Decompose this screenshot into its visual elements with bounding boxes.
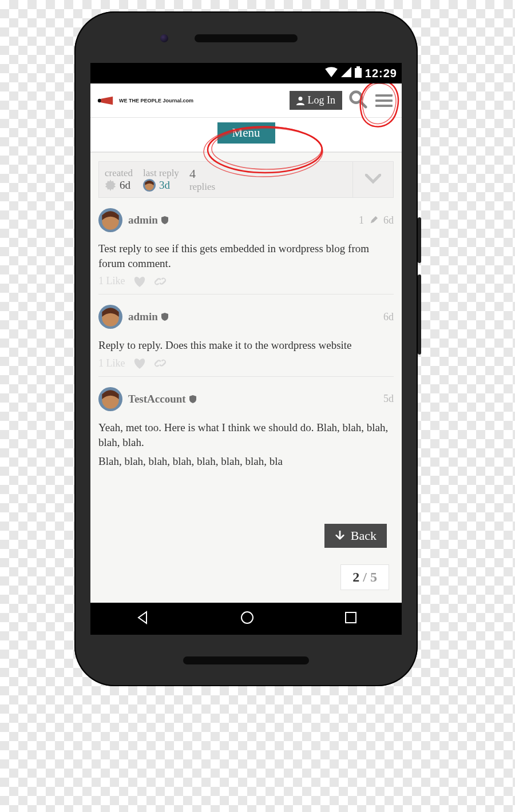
post-actions: 1 Like	[98, 357, 394, 369]
post-body: Reply to reply. Does this make it to the…	[98, 338, 394, 353]
phone-screen: 12:29 WE THE PEOPLE Journal.com Log In	[90, 63, 402, 635]
topic-summary: created 6d last reply 3d	[98, 161, 394, 198]
login-button[interactable]: Log In	[290, 91, 343, 110]
arrow-down-icon	[335, 531, 345, 541]
heart-icon[interactable]	[133, 357, 146, 369]
phone-camera	[160, 34, 168, 42]
user-icon	[296, 96, 304, 105]
android-navbar	[90, 603, 402, 635]
post-author[interactable]: TestAccount	[128, 393, 196, 405]
nav-home-button[interactable]	[240, 610, 255, 627]
summary-last-reply-value: 3d	[159, 179, 170, 192]
site-logo[interactable]: WE THE PEOPLE Journal.com	[97, 95, 193, 106]
summary-replies-count: 4	[189, 166, 215, 181]
post-age: 6d	[383, 311, 394, 323]
summary-created-value: 6d	[120, 179, 130, 192]
link-icon[interactable]	[154, 357, 167, 369]
circle-home-icon	[240, 610, 255, 625]
post: admin 6d Reply to reply. Does this make …	[98, 294, 394, 377]
svg-point-3	[298, 97, 302, 101]
summary-last-reply-label: last reply	[143, 168, 179, 179]
pager-current: 2	[352, 570, 359, 584]
phone-earpiece	[195, 34, 298, 42]
shield-icon	[161, 313, 168, 321]
shield-icon	[161, 216, 168, 224]
menu-row: Menu	[90, 118, 402, 153]
post-author[interactable]: admin	[128, 311, 168, 323]
summary-last-reply[interactable]: last reply 3d	[143, 168, 179, 192]
avatar[interactable]	[98, 305, 122, 329]
app-header: WE THE PEOPLE Journal.com Log In	[90, 83, 402, 118]
post-body: Test reply to see if this gets embedded …	[98, 241, 394, 270]
post-body: Yeah, met too. Here is what I think we s…	[98, 420, 394, 449]
post: admin 1 6d Test reply to see if this get…	[98, 198, 394, 294]
square-recents-icon	[344, 611, 357, 624]
svg-rect-19	[346, 612, 356, 623]
post-age: 5d	[383, 393, 394, 405]
svg-rect-1	[355, 68, 362, 78]
cell-signal-icon	[341, 67, 351, 80]
pencil-icon[interactable]	[370, 216, 378, 224]
svg-rect-0	[356, 66, 360, 68]
menu-button[interactable]: Menu	[217, 122, 275, 144]
heart-icon[interactable]	[133, 276, 146, 287]
phone-speaker	[183, 656, 309, 664]
summary-created-label: created	[105, 168, 133, 179]
gear-icon	[105, 180, 116, 191]
svg-line-5	[360, 102, 366, 107]
battery-icon	[355, 66, 362, 81]
phone-side-key	[418, 274, 421, 355]
phone-side-key	[418, 217, 421, 263]
hamburger-icon	[375, 94, 393, 97]
post-age: 6d	[383, 214, 394, 226]
post: TestAccount 5d Yeah, met too. Here is wh…	[98, 377, 394, 480]
login-label: Log In	[308, 94, 336, 106]
megaphone-icon	[97, 95, 116, 106]
avatar[interactable]	[98, 387, 122, 411]
shield-icon	[189, 395, 196, 403]
svg-point-18	[241, 612, 253, 623]
likes-count[interactable]: 1 Like	[98, 357, 125, 369]
post-edit-count[interactable]: 1	[359, 214, 364, 226]
nav-recents-button[interactable]	[344, 611, 357, 626]
site-logo-text: WE THE PEOPLE Journal.com	[119, 98, 193, 104]
back-button[interactable]: Back	[324, 524, 387, 548]
likes-count[interactable]: 1 Like	[98, 275, 125, 287]
search-button[interactable]	[348, 89, 367, 112]
summary-created: created 6d	[105, 168, 133, 192]
search-icon	[348, 89, 367, 109]
content: created 6d last reply 3d	[90, 153, 402, 603]
nav-back-button[interactable]	[135, 610, 150, 627]
summary-replies-label: replies	[189, 181, 215, 193]
back-label: Back	[351, 528, 377, 543]
link-icon[interactable]	[154, 276, 167, 287]
chevron-down-icon	[365, 174, 381, 185]
avatar	[143, 179, 156, 192]
triangle-back-icon	[135, 610, 150, 625]
status-clock: 12:29	[365, 67, 397, 80]
post-body: Blah, blah, blah, blah, blah, blah, blah…	[98, 454, 394, 469]
svg-point-2	[98, 98, 101, 102]
avatar[interactable]	[98, 208, 122, 232]
app-viewport: WE THE PEOPLE Journal.com Log In Menu	[90, 83, 402, 603]
summary-replies: 4 replies	[189, 166, 215, 193]
pager-total: 5	[370, 570, 377, 584]
status-bar: 12:29	[90, 63, 402, 83]
summary-expand-button[interactable]	[352, 162, 393, 197]
wifi-icon	[325, 67, 338, 80]
post-author[interactable]: admin	[128, 214, 168, 226]
hamburger-button[interactable]	[373, 92, 395, 109]
pager-sep: /	[359, 570, 370, 584]
post-actions: 1 Like	[98, 275, 394, 287]
page-counter[interactable]: 2 / 5	[340, 564, 389, 590]
phone-frame: 12:29 WE THE PEOPLE Journal.com Log In	[74, 11, 418, 686]
